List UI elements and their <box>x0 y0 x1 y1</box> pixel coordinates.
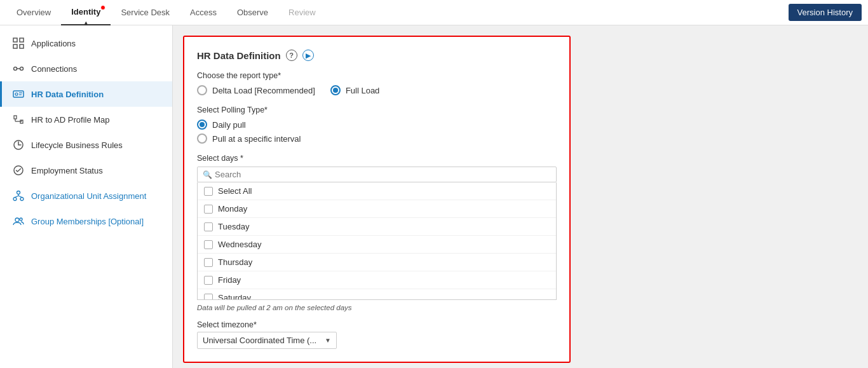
radio-full[interactable]: Full Load <box>330 85 379 95</box>
svg-line-23 <box>18 196 22 198</box>
play-icon[interactable]: ▶ <box>302 50 314 61</box>
lifecycle-icon <box>12 139 25 151</box>
radio-interval[interactable]: Pull at a specific interval <box>197 133 557 144</box>
help-icon[interactable]: ? <box>286 50 297 61</box>
svg-rect-0 <box>13 38 17 42</box>
svg-point-20 <box>20 198 24 201</box>
sidebar-item-connections[interactable]: Connections <box>0 56 172 81</box>
radio-daily[interactable]: Daily pull <box>197 119 557 130</box>
sidebar-group-memberships-label: Group Memberships [Optional] <box>31 217 144 226</box>
radio-delta-input[interactable] <box>197 85 207 95</box>
checkbox-select-all[interactable] <box>204 187 213 196</box>
sidebar-lifecycle-label: Lifecycle Business Rules <box>31 140 123 150</box>
svg-point-19 <box>13 198 17 201</box>
checkbox-tuesday[interactable] <box>204 222 213 231</box>
radio-full-input[interactable] <box>330 85 341 95</box>
day-saturday[interactable]: Saturday <box>198 289 556 300</box>
sidebar-item-hr-data-definition[interactable]: HR Data Definition <box>0 81 172 107</box>
day-tuesday[interactable]: Tuesday <box>198 218 556 236</box>
svg-point-8 <box>15 93 18 95</box>
days-list: Select All Monday Tuesday Wednesday Thur… <box>197 182 557 300</box>
svg-rect-2 <box>13 44 17 48</box>
hr-data-definition-panel: HR Data Definition ? ▶ Choose the report… <box>183 36 571 363</box>
day-monday-label: Monday <box>218 204 247 214</box>
svg-rect-7 <box>13 91 24 97</box>
nav-observe[interactable]: Observe <box>227 0 278 25</box>
radio-daily-input[interactable] <box>197 119 207 130</box>
nav-service-desk[interactable]: Service Desk <box>111 0 180 25</box>
identity-notification-dot <box>100 5 105 10</box>
nav-service-desk-label: Service Desk <box>121 8 170 17</box>
top-nav: Overview Identity Service Desk Access Ob… <box>0 0 868 25</box>
check-circle-icon <box>12 164 25 177</box>
sidebar-item-lifecycle[interactable]: Lifecycle Business Rules <box>0 132 172 158</box>
day-friday[interactable]: Friday <box>198 271 556 289</box>
nav-overview-label: Overview <box>17 8 51 17</box>
days-search-wrapper: 🔍 <box>197 167 557 182</box>
version-history-button[interactable]: Version History <box>789 4 862 21</box>
main-layout: Applications Connections <box>0 25 868 368</box>
svg-line-22 <box>15 196 19 198</box>
nav-access[interactable]: Access <box>180 0 227 25</box>
timezone-select[interactable]: Universal Coordinated Time (... ▼ <box>197 332 337 349</box>
sidebar-item-hr-to-ad[interactable]: HR to AD Profile Map <box>0 107 172 132</box>
svg-rect-3 <box>20 44 24 48</box>
checkbox-saturday[interactable] <box>204 294 213 301</box>
days-label: Select days * <box>197 154 557 163</box>
sidebar-item-org-unit[interactable]: Organizational Unit Assignment <box>0 183 172 208</box>
nav-identity[interactable]: Identity <box>61 0 111 25</box>
group-icon <box>12 215 25 228</box>
sidebar-hr-data-label: HR Data Definition <box>31 90 104 99</box>
sidebar-item-employment-status[interactable]: Employment Status <box>0 158 172 183</box>
sidebar-org-unit-label: Organizational Unit Assignment <box>31 191 146 201</box>
nav-observe-label: Observe <box>237 8 268 17</box>
nav-access-label: Access <box>190 8 217 17</box>
id-card-icon <box>12 88 25 100</box>
svg-point-4 <box>14 67 17 71</box>
day-tuesday-label: Tuesday <box>218 222 249 231</box>
data-pull-note: Data will be pulled at 2 am on the selec… <box>197 304 557 311</box>
sidebar-item-applications[interactable]: Applications <box>0 31 172 56</box>
polling-type-label: Select Polling Type* <box>197 106 557 114</box>
day-wednesday-label: Wednesday <box>218 240 261 249</box>
search-icon: 🔍 <box>203 170 212 179</box>
sidebar-item-group-memberships[interactable]: Group Memberships [Optional] <box>0 208 172 234</box>
nav-review-label: Review <box>288 8 316 17</box>
sidebar-hr-to-ad-label: HR to AD Profile Map <box>31 115 110 125</box>
report-type-label: Choose the report type* <box>197 71 557 80</box>
radio-daily-label: Daily pull <box>212 120 246 130</box>
radio-delta[interactable]: Delta Load [Recommended] <box>197 85 315 95</box>
svg-point-25 <box>20 218 22 221</box>
org-icon <box>12 189 25 202</box>
day-select-all-label: Select All <box>218 186 252 196</box>
sidebar-employment-label: Employment Status <box>31 166 103 175</box>
day-saturday-label: Saturday <box>218 293 251 300</box>
main-content: HR Data Definition ? ▶ Choose the report… <box>173 25 868 368</box>
checkbox-thursday[interactable] <box>204 258 213 267</box>
day-monday[interactable]: Monday <box>198 200 556 218</box>
day-thursday[interactable]: Thursday <box>198 254 556 271</box>
day-thursday-label: Thursday <box>218 257 252 267</box>
report-type-options: Delta Load [Recommended] Full Load <box>197 85 557 95</box>
radio-interval-input[interactable] <box>197 133 207 144</box>
checkbox-monday[interactable] <box>204 205 213 214</box>
grid-icon <box>12 37 25 50</box>
nav-overview[interactable]: Overview <box>6 0 61 25</box>
timezone-value: Universal Coordinated Time (... <box>203 336 316 345</box>
svg-rect-1 <box>20 38 24 42</box>
svg-point-5 <box>20 67 24 71</box>
panel-title: HR Data Definition ? ▶ <box>197 50 557 61</box>
days-search-input[interactable] <box>215 170 551 179</box>
map-icon <box>12 113 25 126</box>
checkbox-wednesday[interactable] <box>204 240 213 249</box>
timezone-label: Select timezone* <box>197 320 557 329</box>
checkbox-friday[interactable] <box>204 276 213 285</box>
sidebar: Applications Connections <box>0 25 173 368</box>
radio-interval-label: Pull at a specific interval <box>212 134 301 144</box>
svg-rect-11 <box>14 116 17 119</box>
day-select-all[interactable]: Select All <box>198 182 556 200</box>
chevron-down-icon: ▼ <box>325 337 331 344</box>
nav-review: Review <box>278 0 326 25</box>
day-wednesday[interactable]: Wednesday <box>198 236 556 254</box>
sidebar-connections-label: Connections <box>31 64 77 74</box>
